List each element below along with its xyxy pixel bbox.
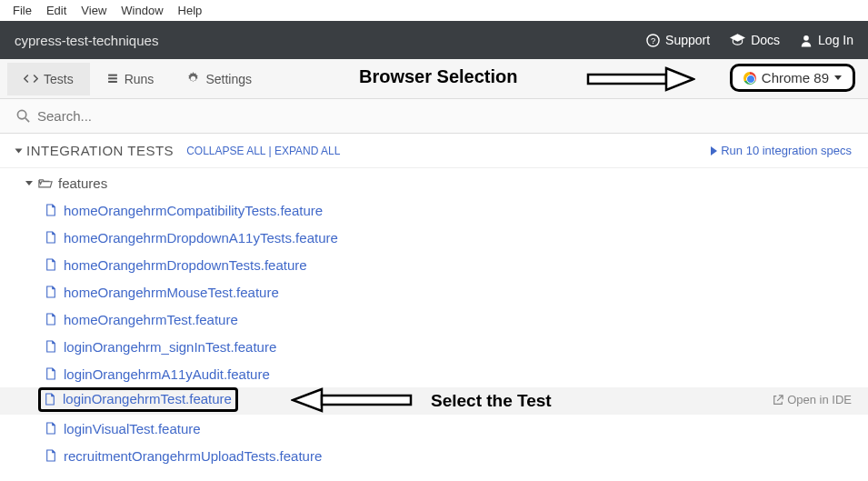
file-row[interactable]: loginOrangehrmA11yAudit.feature	[0, 360, 868, 387]
file-icon	[45, 393, 55, 406]
file-name: homeOrangehrmDropdownTests.feature	[64, 257, 307, 273]
file-icon	[45, 258, 56, 271]
file-icon	[45, 367, 56, 380]
file-icon	[45, 204, 56, 216]
menu-edit[interactable]: Edit	[39, 2, 74, 19]
menu-window[interactable]: Window	[114, 2, 170, 19]
section-caret-icon[interactable]	[15, 148, 23, 153]
file-name: homeOrangehrmTest.feature	[64, 312, 238, 327]
login-link[interactable]: Log In	[800, 33, 853, 47]
browser-selector[interactable]: Chrome 89	[730, 64, 855, 92]
tab-tests[interactable]: Tests	[7, 63, 90, 95]
file-row[interactable]: recruitmentOrangehrmUploadTests.feature	[0, 442, 868, 469]
docs-link[interactable]: Docs	[730, 33, 780, 47]
file-link[interactable]: homeOrangehrmTest.feature	[45, 312, 238, 327]
support-link[interactable]: ? Support	[646, 33, 710, 47]
folder-open-icon	[38, 177, 53, 189]
user-icon	[800, 34, 813, 47]
menu-help[interactable]: Help	[171, 2, 210, 19]
arrow-left-annotation	[291, 387, 414, 413]
file-name: loginOrangehrm_signInTest.feature	[64, 339, 276, 355]
file-row[interactable]: homeOrangehrmDropdownA11yTests.feature	[0, 224, 868, 251]
caret-down-icon	[834, 75, 842, 80]
file-link[interactable]: homeOrangehrmCompatibilityTests.feature	[45, 203, 323, 218]
annotation-browser-selection: Browser Selection	[359, 66, 518, 87]
svg-point-2	[803, 35, 809, 41]
file-link[interactable]: homeOrangehrmMouseTest.feature	[45, 285, 279, 300]
svg-rect-3	[108, 75, 117, 76]
search-input[interactable]	[37, 108, 852, 124]
section-header: INTEGRATION TESTS COLLAPSE ALL | EXPAND …	[0, 134, 868, 168]
file-icon	[45, 286, 56, 298]
file-name: homeOrangehrmMouseTest.feature	[64, 285, 279, 300]
annotation-select-test: Select the Test	[431, 391, 552, 411]
file-link[interactable]: recruitmentOrangehrmUploadTests.feature	[45, 448, 322, 464]
svg-rect-7	[588, 75, 666, 84]
file-row[interactable]: loginVisualTest.feature	[0, 415, 868, 442]
collapse-all-link[interactable]: COLLAPSE ALL	[186, 145, 265, 157]
arrow-right-annotation	[586, 66, 695, 92]
chrome-icon	[743, 72, 756, 85]
file-icon	[45, 313, 56, 326]
search-bar[interactable]	[0, 99, 868, 134]
svg-point-6	[192, 77, 195, 81]
svg-rect-5	[108, 81, 117, 83]
question-icon: ?	[646, 34, 660, 47]
file-name: loginOrangehrmTest.feature	[63, 391, 232, 406]
tab-settings[interactable]: Settings	[170, 63, 268, 95]
file-name: homeOrangehrmCompatibilityTests.feature	[64, 203, 323, 218]
svg-rect-10	[322, 396, 411, 405]
section-title: INTEGRATION TESTS	[26, 143, 174, 158]
menu-file[interactable]: File	[5, 2, 39, 19]
folder-caret-icon	[25, 181, 33, 185]
file-icon	[45, 422, 56, 435]
graduation-cap-icon	[730, 34, 745, 46]
file-link[interactable]: homeOrangehrmDropdownA11yTests.feature	[45, 230, 338, 246]
file-name: loginVisualTest.feature	[64, 421, 201, 436]
run-all-specs[interactable]: Run 10 integration specs	[711, 144, 852, 157]
search-icon	[16, 109, 30, 123]
play-icon	[711, 146, 717, 155]
file-row[interactable]: loginOrangehrm_signInTest.feature	[0, 333, 868, 360]
tabs-bar: Tests Runs Settings Browser Selection Ch…	[0, 59, 868, 99]
file-link[interactable]: loginVisualTest.feature	[45, 421, 201, 436]
file-link[interactable]: homeOrangehrmDropdownTests.feature	[45, 257, 307, 273]
external-link-icon	[773, 395, 783, 406]
svg-rect-4	[108, 77, 117, 79]
file-name: loginOrangehrmA11yAudit.feature	[64, 366, 270, 382]
svg-line-9	[25, 118, 29, 122]
file-row[interactable]: homeOrangehrmMouseTest.feature	[0, 278, 868, 306]
file-name: recruitmentOrangehrmUploadTests.feature	[64, 448, 322, 464]
folder-row[interactable]: features	[0, 170, 868, 196]
file-row[interactable]: homeOrangehrmDropdownTests.feature	[0, 251, 868, 278]
svg-point-8	[17, 110, 25, 118]
project-name: cypress-test-techniques	[15, 33, 158, 48]
file-link[interactable]: loginOrangehrmA11yAudit.feature	[45, 366, 270, 382]
file-icon	[45, 449, 56, 462]
stack-icon	[106, 73, 119, 85]
file-icon	[45, 231, 56, 244]
file-link[interactable]: loginOrangehrm_signInTest.feature	[45, 339, 276, 355]
app-header: cypress-test-techniques ? Support Docs L…	[0, 21, 868, 59]
gear-icon	[186, 72, 200, 85]
file-row[interactable]: loginOrangehrmTest.featureSelect the Tes…	[0, 387, 868, 415]
expand-all-link[interactable]: EXPAND ALL	[274, 145, 340, 157]
file-icon	[45, 340, 56, 353]
open-in-ide[interactable]: Open in IDE	[773, 393, 852, 406]
svg-text:?: ?	[651, 36, 655, 45]
file-name: homeOrangehrmDropdownA11yTests.feature	[64, 230, 338, 246]
code-icon	[24, 73, 38, 85]
os-menubar: File Edit View Window Help	[0, 0, 868, 21]
file-row[interactable]: homeOrangehrmCompatibilityTests.feature	[0, 196, 868, 224]
tab-runs[interactable]: Runs	[90, 63, 171, 95]
file-row[interactable]: homeOrangehrmTest.feature	[0, 306, 868, 333]
menu-view[interactable]: View	[74, 2, 114, 19]
spec-tree: features homeOrangehrmCompatibilityTests…	[0, 168, 868, 471]
